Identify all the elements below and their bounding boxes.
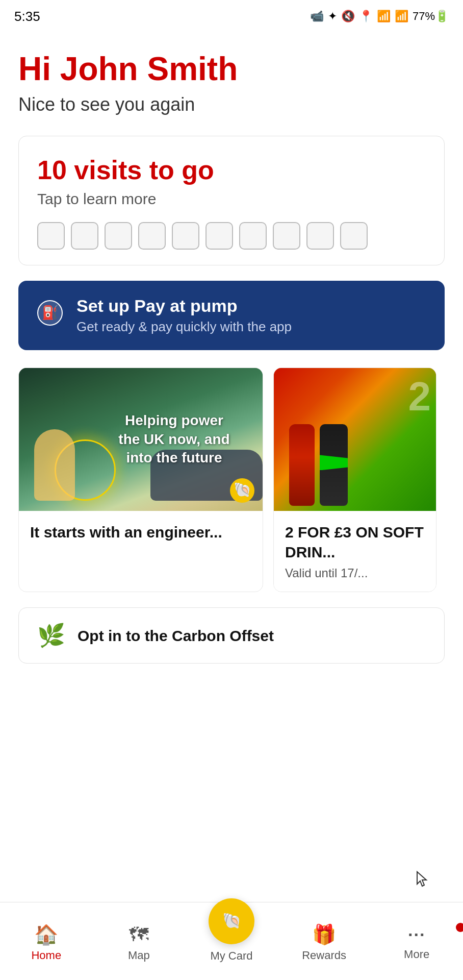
ev-image-content: Helping powerthe UK now, andinto the fut… (19, 368, 263, 511)
nav-map-label: Map (128, 949, 150, 962)
nav-rewards-label: Rewards (302, 949, 346, 962)
location-icon: 📍 (359, 10, 373, 23)
mute-icon: 🔇 (341, 10, 355, 23)
ev-text-overlay: Helping powerthe UK now, andinto the fut… (118, 412, 229, 468)
drinks-deal-title: 2 FOR £3 ON SOFT DRIN... (285, 522, 425, 562)
ev-card-body: It starts with an engineer... (19, 511, 263, 553)
drinks-card-body: 2 FOR £3 ON SOFT DRIN... Valid until 17/… (274, 511, 436, 592)
nav-home-label: Home (31, 949, 61, 962)
visit-box-6 (205, 222, 233, 250)
visit-box-8 (273, 222, 300, 250)
bottom-spacer (18, 664, 445, 776)
camera-icon: 📹 (310, 10, 324, 23)
ev-person (34, 429, 75, 501)
greeting-section: Hi John Smith Nice to see you again (18, 51, 445, 115)
battery-icon: 77%🔋 (413, 10, 449, 23)
visits-boxes (37, 222, 426, 250)
more-icon: ··· (408, 925, 425, 945)
ev-promo-card[interactable]: Helping powerthe UK now, andinto the fut… (18, 368, 263, 592)
greeting-name: Hi John Smith (18, 51, 445, 87)
nav-rewards[interactable]: 🎁 Rewards (278, 923, 371, 962)
visits-title: 10 visits to go (37, 155, 426, 185)
drinks-valid-date: Valid until 17/... (285, 566, 425, 580)
pump-title: Set up Pay at pump (76, 296, 292, 316)
visit-box-2 (71, 222, 98, 250)
visit-box-1 (37, 222, 65, 250)
wifi-icon: 📶 (377, 10, 391, 23)
pump-icon: ⛽ (37, 300, 63, 331)
nav-more[interactable]: ··· More (370, 925, 463, 961)
nav-my-card[interactable]: 🐚 My Card (185, 898, 278, 963)
main-content: Hi John Smith Nice to see you again 10 v… (0, 31, 463, 776)
drinks-image-content: 2 (274, 368, 436, 511)
svg-text:⛽: ⛽ (42, 304, 59, 321)
nav-my-card-label: My Card (210, 949, 252, 963)
drinks-number-overlay: 2 (408, 373, 431, 420)
ev-card-image: Helping powerthe UK now, andinto the fut… (19, 368, 263, 511)
shell-logo: 🐚 (229, 477, 255, 504)
svg-text:🐚: 🐚 (234, 481, 251, 498)
visit-box-3 (105, 222, 132, 250)
offset-text: Opt in to the Carbon Offset (78, 626, 274, 646)
bluetooth-icon: ✦ (328, 10, 337, 23)
coke-bottle (289, 424, 315, 506)
drinks-promo-card[interactable]: 2 2 FOR £3 ON SOFT DRIN... Valid until 1… (273, 368, 436, 592)
nav-home[interactable]: 🏠 Home (0, 923, 93, 962)
cards-row: Helping powerthe UK now, andinto the fut… (18, 368, 445, 592)
drinks-card-image: 2 (274, 368, 436, 511)
nav-map[interactable]: 🗺 Map (93, 924, 186, 962)
map-icon: 🗺 (129, 924, 148, 946)
pump-subtitle: Get ready & pay quickly with the app (76, 319, 292, 335)
signal-icon: 📶 (395, 10, 408, 23)
bottom-nav: 🏠 Home 🗺 Map 🐚 My Card 🎁 Rewards ··· Mor… (0, 902, 463, 980)
more-notification-dot (456, 923, 463, 932)
offset-banner[interactable]: 🌿 Opt in to the Carbon Offset (18, 607, 445, 664)
ev-card-title: It starts with an engineer... (30, 522, 251, 542)
pump-text: Set up Pay at pump Get ready & pay quick… (76, 296, 292, 335)
status-icons: 📹 ✦ 🔇 📍 📶 📶 77%🔋 (310, 10, 449, 23)
visits-card[interactable]: 10 visits to go Tap to learn more (18, 136, 445, 265)
visit-box-9 (306, 222, 334, 250)
cursor (414, 870, 432, 888)
pump-banner[interactable]: ⛽ Set up Pay at pump Get ready & pay qui… (18, 281, 445, 350)
greeting-subtitle: Nice to see you again (18, 94, 445, 115)
ev-overlay-text: Helping powerthe UK now, andinto the fut… (118, 413, 229, 466)
nav-more-label: More (404, 948, 429, 961)
visit-box-5 (172, 222, 199, 250)
status-bar: 5:35 📹 ✦ 🔇 📍 📶 📶 77%🔋 (0, 0, 463, 31)
monster-stripe (320, 455, 348, 470)
visit-box-4 (138, 222, 166, 250)
visit-box-7 (239, 222, 267, 250)
visit-box-10 (340, 222, 368, 250)
home-icon: 🏠 (34, 923, 58, 946)
visits-subtitle: Tap to learn more (37, 190, 426, 208)
status-time: 5:35 (14, 9, 40, 24)
svg-text:🐚: 🐚 (222, 912, 241, 930)
rewards-icon: 🎁 (312, 923, 336, 946)
monster-bottle (320, 424, 348, 506)
my-card-circle: 🐚 (209, 898, 254, 944)
leaf-icon: 🌿 (37, 622, 65, 649)
